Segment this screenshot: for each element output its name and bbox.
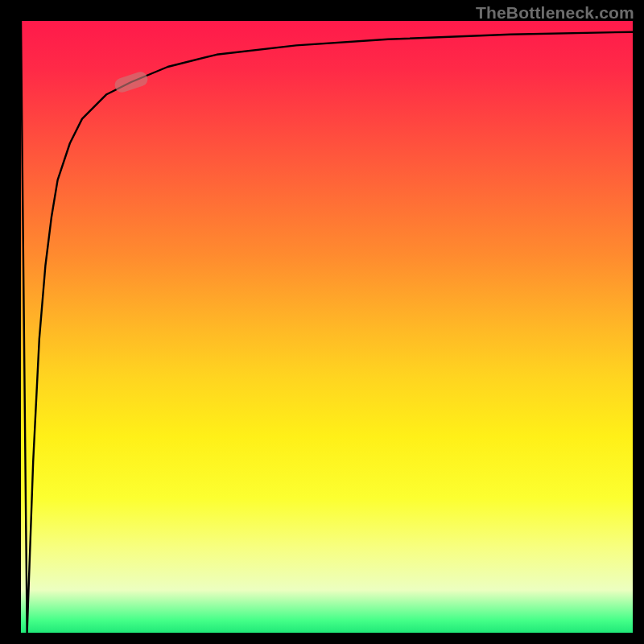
- plot-background: [21, 21, 633, 633]
- watermark-text: TheBottleneck.com: [476, 3, 634, 23]
- chart-frame: TheBottleneck.com: [0, 0, 644, 644]
